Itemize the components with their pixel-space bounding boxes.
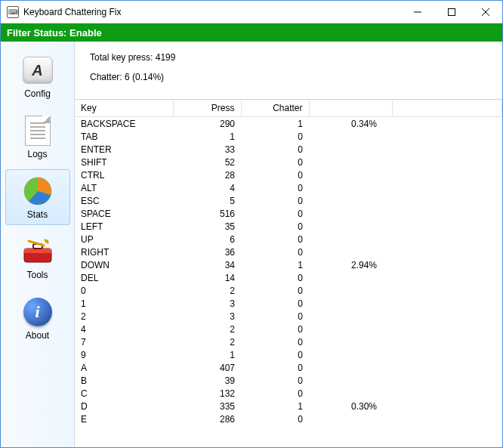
cell-press: 2 [173,284,241,297]
cell-key: TAB [75,130,173,143]
table-row[interactable]: RIGHT360 [75,246,502,258]
close-button[interactable] [468,1,502,23]
table-row[interactable]: 720 [75,335,502,348]
summary: Total key press: 4199 Chatter: 6 (0.14%) [75,42,502,99]
cell-press: 6 [173,233,241,246]
cell-chatter: 0 [241,233,309,246]
table-row[interactable]: LEFT350 [75,220,502,233]
cell-pct [309,323,392,335]
minimize-button[interactable] [400,1,434,23]
table-row[interactable]: SHIFT520 [75,156,502,168]
col-press[interactable]: Press [173,100,241,117]
document-icon [20,116,56,146]
cell-key: 2 [75,310,173,323]
cell-press: 35 [173,220,241,233]
table-row[interactable]: BACKSPACE29010.34% [75,117,502,131]
table-row[interactable]: SPACE5160 [75,207,502,220]
cell-pct [309,156,392,168]
col-chatter[interactable]: Chatter [241,100,309,117]
filter-status-label: Filter Status: [7,27,66,39]
cell-press: 3 [173,310,241,323]
table-row[interactable]: C1320 [75,387,502,400]
table-row[interactable]: DEL140 [75,271,502,284]
cell-chatter: 0 [241,271,309,284]
sidebar-item-config[interactable]: A Config [5,48,70,104]
cell-key: A [75,361,173,374]
table-row[interactable]: UP60 [75,233,502,246]
cell-chatter: 0 [241,387,309,400]
filter-status-bar: Filter Status: Enable [1,23,502,42]
cell-pct [309,361,392,374]
cell-key: ENTER [75,143,173,156]
sidebar-item-stats[interactable]: Stats [5,169,70,225]
table-row[interactable]: TAB10 [75,130,502,143]
cell-chatter: 0 [241,284,309,297]
cell-key: 4 [75,323,173,335]
cell-press: 5 [173,194,241,207]
col-pct[interactable] [309,100,392,117]
cell-chatter: 1 [241,117,309,131]
keycap-icon: A [20,55,56,85]
table-row[interactable]: 020 [75,284,502,297]
cell-press: 335 [173,400,241,412]
cell-press: 516 [173,207,241,220]
table-row[interactable]: 910 [75,348,502,361]
sidebar-item-tools[interactable]: Tools [5,230,70,286]
cell-key: SHIFT [75,156,173,168]
cell-pct [309,220,392,233]
table-row[interactable]: ALT40 [75,181,502,194]
cell-pct [309,168,392,181]
cell-pct [309,284,392,297]
sidebar-item-label: Tools [26,270,48,280]
table-row[interactable]: E2860 [75,412,502,425]
cell-chatter: 0 [241,246,309,258]
cell-chatter: 0 [241,207,309,220]
cell-press: 3 [173,297,241,310]
sidebar-item-label: Stats [27,209,48,220]
main-panel: Total key press: 4199 Chatter: 6 (0.14%)… [75,42,502,447]
table-header-row: Key Press Chatter [75,100,502,117]
maximize-icon [448,8,455,16]
cell-pct [309,310,392,323]
cell-press: 36 [173,246,241,258]
maximize-button[interactable] [434,1,468,23]
table-row[interactable]: A4070 [75,361,502,374]
cell-chatter: 0 [241,130,309,143]
sidebar-item-logs[interactable]: Logs [5,109,70,165]
sidebar: A Config Logs Stats [1,42,75,447]
cell-chatter: 0 [241,156,309,168]
cell-key: RIGHT [75,246,173,258]
cell-press: 4 [173,181,241,194]
cell-press: 290 [173,117,241,131]
cell-pct [309,412,392,425]
cell-pct [309,246,392,258]
cell-key: UP [75,233,173,246]
cell-press: 2 [173,335,241,348]
cell-chatter: 0 [241,323,309,335]
cell-pct [309,271,392,284]
table-row[interactable]: 420 [75,323,502,335]
table-row[interactable]: B390 [75,374,502,387]
table-row[interactable]: ENTER330 [75,143,502,156]
cell-pct [309,181,392,194]
sidebar-item-about[interactable]: i About [5,290,70,346]
cell-chatter: 0 [241,310,309,323]
cell-chatter: 0 [241,220,309,233]
info-icon: i [20,297,56,327]
col-key[interactable]: Key [75,100,173,117]
table-row[interactable]: CTRL280 [75,168,502,181]
stats-table-container[interactable]: Key Press Chatter BACKSPACE29010.34%TAB1… [75,99,502,447]
cell-key: 1 [75,297,173,310]
cell-pct [309,207,392,220]
cell-pct [309,143,392,156]
table-row[interactable]: ESC50 [75,194,502,207]
cell-press: 407 [173,361,241,374]
table-row[interactable]: 130 [75,297,502,310]
table-row[interactable]: D33510.30% [75,400,502,412]
cell-chatter: 0 [241,297,309,310]
cell-chatter: 1 [241,258,309,271]
cell-key: SPACE [75,207,173,220]
cell-pct [309,387,392,400]
table-row[interactable]: 230 [75,310,502,323]
table-row[interactable]: DOWN3412.94% [75,258,502,271]
